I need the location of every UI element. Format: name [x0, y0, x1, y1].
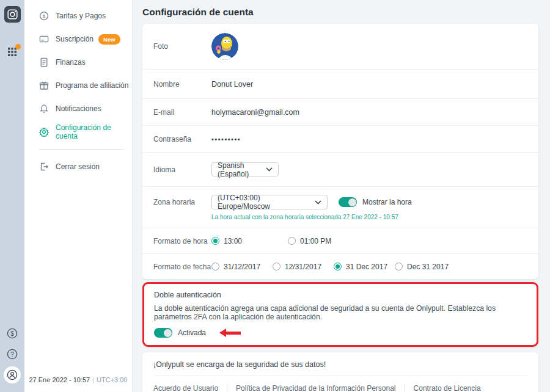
sidebar-item-label: Configuración de cuenta	[56, 123, 132, 140]
notification-dot	[15, 44, 21, 49]
name-row: Nombre Donut Lover	[142, 69, 538, 98]
logout-icon	[39, 162, 49, 172]
timezone-hint: La hora actual con la zona horaria selec…	[211, 214, 412, 220]
timezone-row: Zona horaria (UTC+03:00) Europe/Moscow M…	[142, 186, 538, 228]
rail-bottom: $ ?	[4, 325, 21, 392]
left-rail: $ ?	[0, 0, 24, 392]
language-row: Idioma Spanish (Español)	[142, 152, 538, 186]
time-format-label: Formato de hora	[153, 237, 211, 245]
app-root: $ ? $ Tarifas y Pagos Suscripción New	[0, 0, 550, 392]
date-format-option-4[interactable]: Dec 31 2017	[395, 263, 456, 271]
language-label: Idioma	[153, 165, 211, 174]
name-value: Donut Lover	[211, 80, 253, 89]
radio-icon	[395, 263, 403, 270]
sidebar-item-label: Cerrar sesión	[56, 162, 100, 171]
sidebar-item-label: Tarifas y Pagos	[56, 12, 106, 20]
dollar-circle-icon: $	[39, 11, 49, 21]
password-label: Contraseña	[153, 135, 211, 143]
instagram-app-icon[interactable]	[4, 6, 21, 23]
radio-icon	[288, 237, 296, 245]
date-format-option-3[interactable]: 31 Dec 2017	[334, 263, 395, 271]
user-agreement-link[interactable]: Acuerdo de Usuario	[153, 384, 227, 392]
time-format-option-12h[interactable]: 01:00 PM	[288, 237, 364, 245]
radio-selected-icon	[211, 237, 219, 245]
profile-person-icon[interactable]	[4, 366, 21, 383]
help-question-icon[interactable]: ?	[4, 346, 21, 363]
chevron-down-icon	[266, 167, 273, 172]
date-format-option-1[interactable]: 31/12/2017	[211, 263, 273, 271]
gear-icon	[39, 127, 49, 137]
avatar[interactable]	[211, 33, 238, 60]
camera-glyph	[7, 9, 18, 20]
photo-label: Foto	[153, 42, 211, 51]
apps-grid-icon[interactable]	[7, 47, 17, 59]
current-datetime: 27 Ene 2022 - 10:57	[29, 376, 90, 383]
radio-selected-icon	[334, 263, 342, 270]
sidebar-datetime: 27 Ene 2022 - 10:57|UTC+3:00	[24, 376, 132, 383]
highlight-arrow-icon	[219, 328, 241, 337]
new-badge: New	[98, 34, 120, 45]
timezone-selected-value: (UTC+03:00) Europe/Moscow	[218, 194, 310, 211]
svg-text:$: $	[43, 13, 46, 19]
sidebar-item-label: Notificaciones	[56, 104, 101, 113]
timezone-select[interactable]: (UTC+03:00) Europe/Moscow	[211, 195, 328, 209]
sidebar-item-configuracion[interactable]: Configuración de cuenta	[24, 120, 132, 143]
page-title: Configuración de cuenta	[142, 7, 538, 18]
timezone-label: Zona horaria	[153, 195, 211, 209]
sidebar-item-finanzas[interactable]: Finanzas	[24, 51, 132, 74]
gift-icon	[39, 81, 49, 90]
sidebar-item-label: Programa de afiliación	[56, 81, 128, 90]
sidebar-divider	[39, 149, 125, 150]
language-select[interactable]: Spanish (Español)	[211, 162, 279, 176]
language-selected-value: Spanish (Español)	[218, 161, 261, 178]
password-row: Contraseña •••••••••	[142, 125, 538, 152]
svg-text:?: ?	[10, 351, 14, 358]
sidebar-item-label: Finanzas	[56, 58, 86, 67]
sidebar: $ Tarifas y Pagos Suscripción New Finanz…	[24, 0, 133, 392]
photo-row: Foto	[142, 24, 538, 69]
radio-icon	[273, 263, 280, 270]
document-icon	[39, 57, 49, 67]
date-format-option-2[interactable]: 12/31/2017	[273, 263, 334, 271]
password-value: •••••••••	[211, 136, 241, 143]
sidebar-item-tarifas[interactable]: $ Tarifas y Pagos	[24, 4, 132, 27]
security-footer-card: ¡Onlypult se encarga de la seguridad de …	[142, 352, 538, 392]
main-content: Configuración de cuenta Foto	[133, 0, 550, 392]
chevron-down-icon	[315, 200, 321, 205]
two-factor-card-highlighted: Doble autenticación La doble autenticaci…	[142, 282, 538, 347]
sidebar-item-notificaciones[interactable]: Notificaciones	[24, 97, 132, 120]
sidebar-item-cerrar-sesion[interactable]: Cerrar sesión	[24, 155, 132, 178]
two-factor-toggle-label: Activada	[178, 328, 206, 337]
license-contract-link[interactable]: Contrato de Licencia	[405, 384, 490, 392]
two-factor-title: Doble autenticación	[154, 291, 527, 299]
utc-offset: UTC+3:00	[97, 376, 127, 383]
two-factor-toggle[interactable]	[154, 328, 172, 338]
time-format-row: Formato de hora 13:00 01:00 PM	[142, 228, 538, 253]
svg-text:$: $	[10, 330, 14, 337]
sidebar-item-suscripcion[interactable]: Suscripción New	[24, 27, 132, 51]
privacy-policy-link[interactable]: Política de Privacidad de la Información…	[227, 384, 404, 392]
billing-dollar-icon[interactable]: $	[4, 325, 21, 342]
time-format-option-24h[interactable]: 13:00	[211, 237, 288, 245]
sidebar-item-label: Suscripción	[56, 35, 94, 43]
two-factor-description: La doble autenticación agrega una capa a…	[154, 304, 527, 321]
sidebar-item-afiliacion[interactable]: Programa de afiliación	[24, 74, 132, 97]
name-label: Nombre	[153, 80, 211, 89]
security-headline: ¡Onlypult se encarga de la seguridad de …	[153, 360, 527, 376]
email-label: E-mail	[153, 108, 211, 117]
radio-icon	[211, 263, 219, 270]
show-time-toggle[interactable]	[339, 197, 357, 207]
date-format-row: Formato de fecha 31/12/2017 12/31/2017 3…	[142, 253, 538, 279]
account-settings-card: Foto	[142, 24, 538, 279]
card-icon	[39, 34, 49, 44]
date-format-label: Formato de fecha	[153, 263, 211, 271]
bell-icon	[39, 104, 49, 114]
avatar-image	[211, 33, 238, 60]
email-row: E-mail holymacaroni@gmail.com	[142, 98, 538, 125]
email-value: holymacaroni@gmail.com	[211, 108, 299, 117]
show-time-label: Mostrar la hora	[362, 198, 412, 206]
